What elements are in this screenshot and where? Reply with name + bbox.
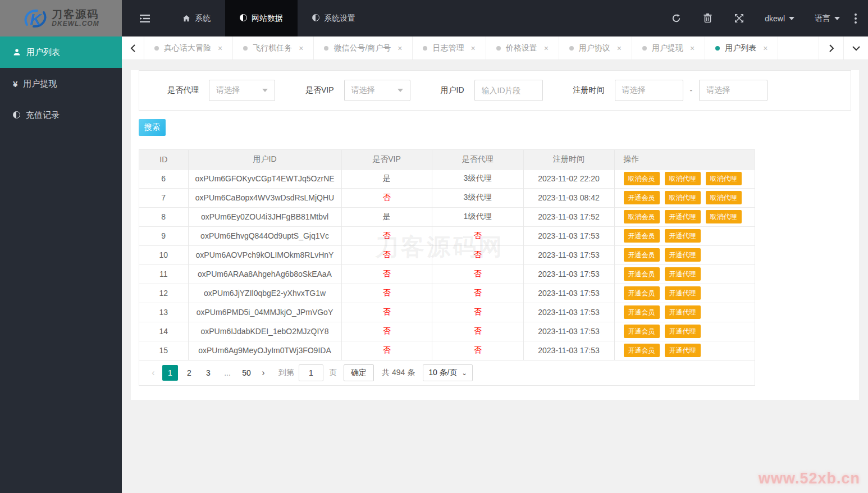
tab-close-icon[interactable]: × (218, 44, 222, 53)
tabs-scroll-left-button[interactable] (122, 36, 144, 60)
enable-agent-button[interactable]: 开通代理 (665, 286, 701, 300)
cell-actions: 开通会员开通代理 (614, 284, 755, 303)
cancel-agent-button[interactable]: 取消代理 (665, 191, 701, 204)
tab[interactable]: 微信公号/商户号 × (314, 36, 413, 60)
enable-member-button[interactable]: 开通会员 (624, 344, 660, 357)
cancel-agent-button[interactable]: 取消代理 (706, 172, 742, 185)
sidebar-collapse-button[interactable] (122, 0, 168, 36)
tab-close-icon[interactable]: × (299, 44, 303, 53)
filter-agent-select[interactable]: 请选择 (209, 80, 275, 101)
enable-member-button[interactable]: 开通会员 (624, 267, 660, 281)
enable-agent-button[interactable]: 开通代理 (665, 229, 701, 243)
refresh-icon[interactable] (660, 0, 692, 36)
filter-vip-select[interactable]: 请选择 (344, 80, 410, 101)
page-number-button[interactable]: 2 (181, 365, 197, 381)
page-number-button[interactable]: 3 (200, 365, 216, 381)
user-icon (13, 48, 21, 56)
register-time-end-select[interactable]: 请选择 (699, 80, 768, 101)
cell-register-time: 2023-11-03 17:52 (523, 207, 614, 226)
fullscreen-icon[interactable] (723, 0, 755, 36)
enable-member-button[interactable]: 开通会员 (624, 305, 660, 319)
app-logo: K 刀客源码 DKEWL.COM (0, 0, 122, 36)
table-header-cell: 注册时间 (523, 150, 614, 169)
adjust-icon (13, 111, 20, 120)
cell-user-id: oxPUm6Ey0ZOU4i3JHFgBB81Mtbvl (188, 207, 341, 226)
userid-input[interactable] (474, 80, 543, 101)
topnav-item[interactable]: 网站数据 (225, 0, 298, 36)
tab[interactable]: 日志管理 × (413, 36, 486, 60)
table-row: 9 oxPUm6EhvgQ844Od9uptS_Gjq1Vc 否 否 2023-… (139, 226, 755, 245)
chevron-down-icon (789, 17, 794, 20)
topnav-item[interactable]: 系统 (168, 0, 225, 36)
tab-close-icon[interactable]: × (617, 44, 622, 53)
cancel-agent-button[interactable]: 取消代理 (706, 191, 742, 204)
table-row: 13 oxPUm6PMD5i_04MMJkjO_JPmVGoY 否 否 2023… (139, 303, 755, 322)
cell-vip: 否 (341, 341, 432, 360)
topnav-item[interactable]: 系统设置 (298, 0, 370, 36)
page-size-select[interactable]: 10 条/页 ⌄ (423, 364, 473, 381)
page-number-button[interactable]: 50 (239, 365, 254, 381)
filter-time-label: 注册时间 (573, 85, 605, 95)
more-options-icon[interactable] (850, 13, 868, 24)
sidebar-item[interactable]: ¥ 用户提现 (0, 68, 122, 99)
cancel-agent-button[interactable]: 取消代理 (706, 210, 742, 223)
goto-confirm-button[interactable]: 确定 (344, 364, 374, 381)
tab[interactable]: 飞行棋任务 × (233, 36, 314, 60)
sidebar-item[interactable]: 充值记录 (0, 99, 122, 131)
tab-close-icon[interactable]: × (398, 44, 402, 53)
user-table: ID用户ID是否VIP是否代理注册时间操作 6 oxPUm6GFOKyvCGpT… (139, 149, 755, 386)
prev-page-button[interactable]: ‹ (146, 368, 161, 378)
topnav-item-label: 系统 (195, 13, 211, 24)
tab[interactable]: 用户协议 × (559, 36, 632, 60)
tab-label: 用户协议 (579, 43, 610, 53)
tab-close-icon[interactable]: × (690, 44, 695, 53)
register-time-start-select[interactable]: 请选择 (615, 80, 683, 101)
cell-user-id: oxPUm6GFOKyvCGpT4EWTJq5OzrNE (188, 169, 341, 188)
cell-id: 6 (139, 169, 188, 188)
enable-agent-button[interactable]: 开通代理 (665, 248, 701, 262)
cell-agent: 1级代理 (432, 207, 523, 226)
tab-label: 日志管理 (432, 43, 464, 53)
tab[interactable]: 真心话大冒险 × (144, 36, 233, 60)
page-number-button[interactable]: 1 (162, 365, 178, 381)
tab[interactable]: 价格设置 × (486, 36, 559, 60)
cell-vip: 否 (341, 303, 432, 322)
enable-member-button[interactable]: 开通会员 (624, 229, 660, 243)
user-menu[interactable]: dkewl (755, 0, 805, 36)
table-header-cell: 是否VIP (341, 150, 432, 169)
goto-page-input[interactable] (299, 364, 323, 381)
cancel-member-button[interactable]: 取消会员 (624, 172, 660, 185)
table-header-cell: 操作 (614, 150, 755, 169)
cell-id: 10 (139, 245, 188, 264)
enable-agent-button[interactable]: 开通代理 (665, 325, 701, 338)
cell-actions: 开通会员开通代理 (614, 303, 755, 322)
tabs-scroll-right-button[interactable] (819, 36, 843, 60)
trash-icon[interactable] (692, 0, 723, 36)
brand-name-en: DKEWL.COM (52, 20, 99, 28)
enable-agent-button[interactable]: 开通代理 (665, 305, 701, 319)
search-button[interactable]: 搜索 (139, 119, 166, 136)
tab[interactable]: 用户提现 × (632, 36, 705, 60)
enable-agent-button[interactable]: 开通代理 (665, 267, 701, 281)
tab-close-icon[interactable]: × (544, 44, 549, 53)
cell-register-time: 2023-11-03 17:53 (523, 245, 614, 264)
tabs-menu-button[interactable] (843, 36, 868, 60)
tab-status-dot (154, 46, 159, 51)
enable-member-button[interactable]: 开通会员 (624, 191, 660, 204)
logo-swoosh-icon: K (22, 6, 48, 31)
cancel-agent-button[interactable]: 取消代理 (665, 172, 701, 185)
tab-close-icon[interactable]: × (470, 44, 475, 53)
tab-label: 微信公号/商户号 (334, 43, 391, 53)
language-menu[interactable]: 语言 (805, 0, 850, 36)
next-page-button[interactable]: › (256, 368, 271, 378)
sidebar-item[interactable]: 用户列表 (0, 36, 122, 68)
topnav-item-label: 系统设置 (324, 13, 355, 24)
enable-agent-button[interactable]: 开通代理 (665, 344, 701, 357)
enable-member-button[interactable]: 开通会员 (624, 325, 660, 338)
enable-member-button[interactable]: 开通会员 (624, 286, 660, 300)
enable-member-button[interactable]: 开通会员 (624, 248, 660, 262)
enable-agent-button[interactable]: 开通代理 (665, 210, 701, 223)
cancel-member-button[interactable]: 取消会员 (624, 210, 660, 223)
tab[interactable]: 用户列表 × (705, 36, 778, 60)
tab-close-icon[interactable]: × (763, 44, 768, 53)
